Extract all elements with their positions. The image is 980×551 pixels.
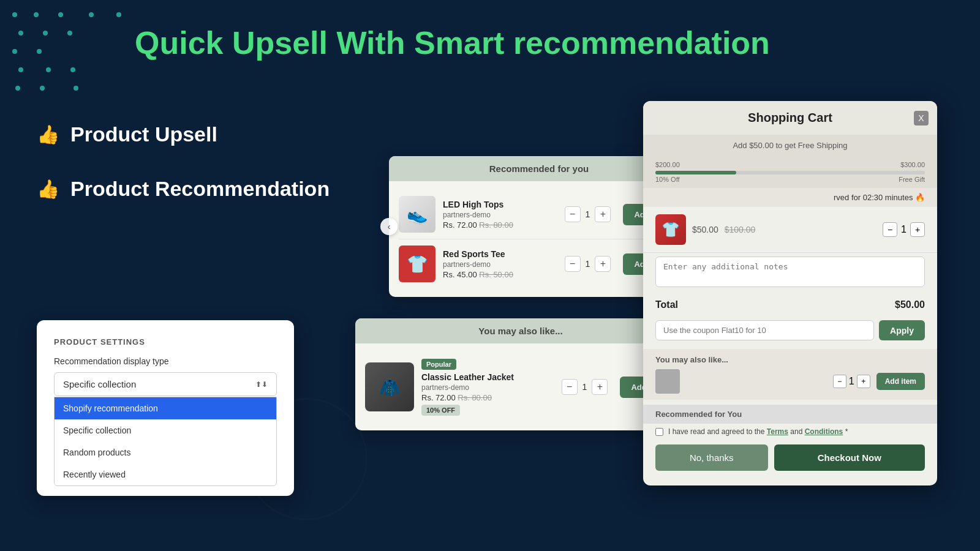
qty-num-2: 1 xyxy=(586,259,590,269)
cart-price-original: $100.00 xyxy=(725,225,756,234)
features-list: 👍 Product Upsell 👍 Product Recommendatio… xyxy=(37,122,330,231)
rec-widget-bottom-header: You may also like... xyxy=(355,318,686,343)
dropdown-option-random[interactable]: Random products xyxy=(55,441,276,463)
product-name-1: LED High Tops xyxy=(443,200,557,209)
title-part2: Smart recommendation xyxy=(414,25,770,61)
rec-widget-bottom-body: 🧥 Popular Classic Leather Jacket partner… xyxy=(355,343,686,430)
product-store-1: partners-demo xyxy=(443,211,557,219)
product-store-jacket: partners-demo xyxy=(421,383,554,392)
upsell-qty-controls: − 1 + xyxy=(833,375,870,388)
progress-labels: $200.00 $300.00 xyxy=(655,161,925,168)
conditions-link[interactable]: Conditions xyxy=(805,427,843,436)
recommendation-type-select[interactable]: Specific collection ⬆⬇ xyxy=(54,372,277,396)
qty-decrease-1[interactable]: − xyxy=(565,206,581,222)
decorative-dots xyxy=(0,0,123,98)
upsell-qty-decrease[interactable]: − xyxy=(833,375,846,388)
progress-label-2: $300.00 xyxy=(900,161,925,168)
price-original-2: Rs. 50.00 xyxy=(479,270,513,279)
settings-section-title: PRODUCT SETTINGS xyxy=(54,337,277,347)
recommendation-type-dropdown[interactable]: Shopify recommendation Specific collecti… xyxy=(54,397,277,486)
discount-badge: 10% OFF xyxy=(421,405,460,416)
cart-close-button[interactable]: X xyxy=(914,111,929,126)
terms-text: I have read and agreed to the Terms and … xyxy=(668,427,848,436)
product-price-2: Rs. 45.00 Rs. 50.00 xyxy=(443,270,557,279)
rec-product-row-1: 👟 LED High Tops partners-demo Rs. 72.00 … xyxy=(399,190,679,239)
cart-upsell-header: You may also like... xyxy=(655,355,925,364)
product-settings-card: PRODUCT SETTINGS Recommendation display … xyxy=(37,320,294,496)
shopping-cart-panel: Shopping Cart X Add $50.00 to get Free S… xyxy=(643,101,937,485)
product-info-2: Red Sports Tee partners-demo Rs. 45.00 R… xyxy=(443,249,557,279)
cart-upsell-section: You may also like... − 1 + Add item xyxy=(643,349,937,400)
thumbs-up-icon-1: 👍 xyxy=(37,124,59,145)
price-current-2: Rs. 45.00 xyxy=(443,270,477,279)
cart-progress-section: $200.00 $300.00 10% Off Free Gift xyxy=(643,156,937,188)
qty-controls-1: − 1 + xyxy=(565,206,611,222)
product-info-1: LED High Tops partners-demo Rs. 72.00 Rs… xyxy=(443,200,557,230)
select-value: Specific collection xyxy=(63,379,136,389)
rec-widget-you-may-also-like: You may also like... 🧥 Popular Classic L… xyxy=(355,318,686,430)
product-store-2: partners-demo xyxy=(443,260,557,269)
product-price-1: Rs. 72.00 Rs. 80.00 xyxy=(443,220,557,230)
apply-coupon-button[interactable]: Apply xyxy=(879,320,925,340)
dropdown-option-shopify[interactable]: Shopify recommendation xyxy=(55,397,276,419)
terms-text-2: and xyxy=(790,427,804,436)
terms-checkbox[interactable] xyxy=(655,428,663,436)
cart-total-row: Total $50.00 xyxy=(643,293,937,317)
product-name-2: Red Sports Tee xyxy=(443,249,557,259)
feature-product-upsell: 👍 Product Upsell xyxy=(37,122,330,146)
cart-recommended-label: Recommended for You xyxy=(643,405,937,424)
progress-bar-fill xyxy=(655,171,736,174)
thumbs-up-icon-2: 👍 xyxy=(37,178,59,200)
price-original-jacket: Rs. 80.00 xyxy=(458,393,492,402)
price-original-1: Rs. 80.00 xyxy=(479,220,513,230)
dropdown-option-recent[interactable]: Recently viewed xyxy=(55,463,276,485)
upsell-qty-increase[interactable]: + xyxy=(857,375,870,388)
cart-title: Shopping Cart xyxy=(748,111,832,124)
upsell-add-item-button[interactable]: Add item xyxy=(876,373,925,390)
cart-notes-section xyxy=(655,257,925,290)
page-title: Quick Upsell With Smart recommendation xyxy=(135,24,770,61)
cart-item-price: $50.00 $100.00 xyxy=(692,225,876,234)
settings-field-label: Recommendation display type xyxy=(54,356,277,366)
no-thanks-button[interactable]: No, thanks xyxy=(655,444,768,471)
price-current-1: Rs. 72.00 xyxy=(443,220,477,230)
cart-qty-decrease[interactable]: − xyxy=(883,222,897,237)
cart-timer: rved for 02:30 minutes 🔥 xyxy=(643,188,937,207)
prev-arrow[interactable]: ‹ xyxy=(380,218,398,235)
qty-increase-2[interactable]: + xyxy=(595,256,611,272)
feature-product-recommendation: 👍 Product Recommendation xyxy=(37,177,330,201)
cart-notes-input[interactable] xyxy=(655,257,925,287)
dropdown-option-specific[interactable]: Specific collection xyxy=(55,419,276,441)
select-arrow-icon: ⬆⬇ xyxy=(255,380,268,389)
qty-controls-jacket: − 1 + xyxy=(562,379,608,395)
qty-decrease-2[interactable]: − xyxy=(565,256,581,272)
popular-badge: Popular xyxy=(421,359,456,370)
cart-price-current: $50.00 xyxy=(692,225,718,234)
qty-decrease-jacket[interactable]: − xyxy=(562,379,578,395)
progress-sublabels: 10% Off Free Gift xyxy=(655,176,925,183)
cart-action-row: No, thanks Checkout Now xyxy=(643,440,937,476)
product-img-jacket: 🧥 xyxy=(365,362,414,411)
coupon-input[interactable] xyxy=(655,320,874,340)
cart-total-value: $50.00 xyxy=(895,299,925,310)
upsell-qty-num: 1 xyxy=(849,376,854,387)
qty-num-1: 1 xyxy=(586,209,590,219)
cart-qty-increase[interactable]: + xyxy=(910,222,925,237)
cart-upsell-image xyxy=(655,369,680,394)
terms-link[interactable]: Terms xyxy=(767,427,788,436)
product-info-jacket: Popular Classic Leather Jacket partners-… xyxy=(421,358,554,416)
cart-total-label: Total xyxy=(655,299,678,310)
progress-sublabel-1: 10% Off xyxy=(655,176,680,183)
cart-shipping-text: Add $50.00 to get Free Shipping xyxy=(643,135,937,156)
feature-upsell-label: Product Upsell xyxy=(70,122,217,146)
cart-header: Shopping Cart X xyxy=(643,101,937,135)
qty-increase-1[interactable]: + xyxy=(595,206,611,222)
qty-controls-2: − 1 + xyxy=(565,256,611,272)
terms-text-3: * xyxy=(845,427,848,436)
cart-terms-row: I have read and agreed to the Terms and … xyxy=(643,424,937,440)
product-img-shirt: 👕 xyxy=(399,246,435,282)
title-part1: Quick Upsell With xyxy=(135,25,414,61)
product-price-jacket: Rs. 72.00 Rs. 80.00 xyxy=(421,393,554,402)
checkout-now-button[interactable]: Checkout Now xyxy=(774,444,925,471)
qty-increase-jacket[interactable]: + xyxy=(592,379,608,395)
